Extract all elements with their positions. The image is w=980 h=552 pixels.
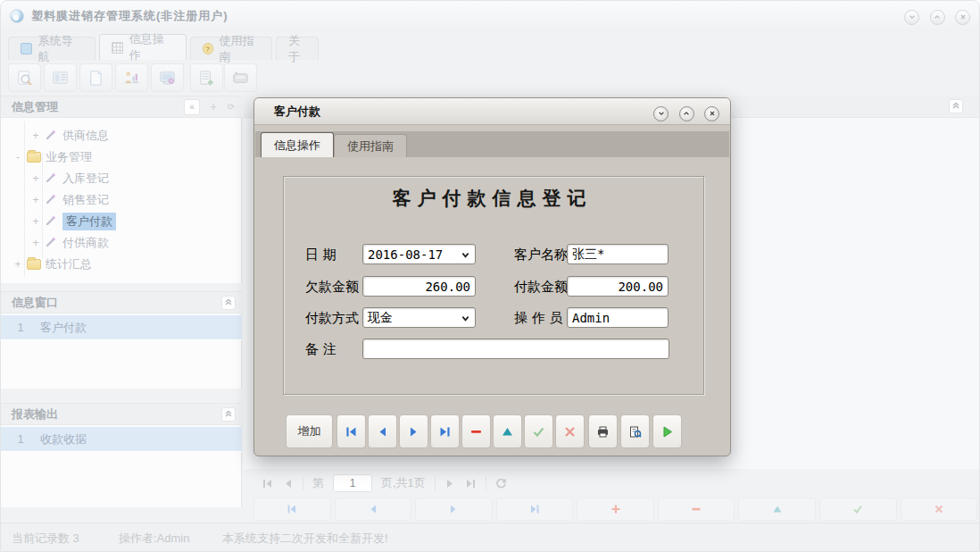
grid-icon	[112, 42, 123, 54]
run-button[interactable]	[652, 414, 682, 448]
window-collapse-icon[interactable]	[904, 10, 919, 25]
debt-amount-input[interactable]	[362, 276, 476, 297]
tree-item-inbound[interactable]: + 入库登记	[31, 168, 109, 189]
delete-button[interactable]	[461, 414, 491, 448]
tree-item-supplier-info[interactable]: + 供商信息	[31, 125, 109, 146]
edit-button[interactable]	[493, 414, 522, 448]
divider	[303, 476, 303, 490]
dialog-expand-icon[interactable]	[679, 106, 694, 121]
dialog-tab-info-ops[interactable]: 信息操作	[261, 132, 334, 157]
record-next-button[interactable]	[415, 498, 493, 521]
nav-next-button[interactable]	[399, 414, 428, 448]
panel-refresh-icon[interactable]: ⟳	[223, 99, 239, 115]
help-coin-icon: ?	[203, 43, 213, 54]
page-prev-icon[interactable]	[282, 478, 294, 489]
main-collapse-up-icon[interactable]	[949, 99, 963, 113]
window-expand-icon[interactable]	[930, 10, 945, 25]
toolbar-add-record-button[interactable]	[190, 63, 223, 92]
date-select[interactable]: 2016-08-17	[362, 244, 476, 264]
list-item[interactable]: 1 客户付款	[1, 315, 242, 340]
window-close-icon[interactable]	[955, 10, 970, 25]
record-edit-button[interactable]	[738, 498, 816, 521]
list-item[interactable]: 1 收款收据	[1, 427, 242, 452]
nav-last-button[interactable]	[430, 414, 460, 448]
tree-expander[interactable]: +	[31, 172, 40, 185]
tree-expander[interactable]: +	[31, 194, 40, 206]
print-button[interactable]	[588, 414, 618, 448]
tree-expander[interactable]: +	[31, 215, 40, 228]
x-icon	[563, 425, 577, 439]
record-prev-button[interactable]	[335, 498, 412, 521]
record-delete-button[interactable]	[658, 498, 735, 521]
nav-prev-button[interactable]	[368, 414, 397, 448]
record-cancel-button[interactable]	[901, 498, 978, 521]
tree-item-pay-supplier[interactable]: + 付供商款	[31, 232, 109, 254]
info-window-panel-header: 信息窗口	[1, 291, 242, 314]
search-document-icon	[15, 69, 34, 88]
dialog-title-bar[interactable]: 客户付款	[254, 98, 730, 125]
toolbar-report-button[interactable]	[44, 63, 77, 92]
page-next-icon[interactable]	[444, 478, 456, 489]
customer-name-input[interactable]	[567, 244, 669, 264]
tab-system-nav[interactable]: 系统导航	[8, 37, 96, 60]
page-number-input[interactable]	[333, 474, 372, 492]
payment-method-value: 现金	[368, 310, 393, 326]
tab-user-guide[interactable]: ? 使用指南	[190, 37, 272, 60]
next-icon	[448, 504, 459, 514]
dialog-close-icon[interactable]	[704, 106, 719, 121]
dialog-collapse-icon[interactable]	[653, 106, 669, 121]
x-icon	[934, 504, 944, 514]
monitor-view-icon	[158, 69, 177, 88]
operator-label: 操作者:Admin	[119, 531, 189, 547]
tree-label: 统计汇总	[46, 256, 92, 272]
nav-first-button[interactable]	[336, 414, 366, 448]
status-bar: 当前记录数 3 操作者:Admin 本系统支持二次开发和全新开发!	[1, 523, 980, 552]
export-device-icon	[231, 69, 250, 88]
tree-expander[interactable]: +	[31, 130, 40, 142]
page-last-icon[interactable]	[465, 478, 477, 489]
record-first-button[interactable]	[253, 498, 331, 521]
payment-method-select[interactable]: 现金	[362, 307, 476, 328]
panel-collapse-up-icon[interactable]	[221, 407, 236, 422]
record-confirm-button[interactable]	[819, 498, 897, 521]
toolbar-operator-button[interactable]	[115, 63, 148, 92]
record-add-button[interactable]	[577, 498, 654, 521]
preview-icon	[628, 425, 642, 439]
panel-collapse-left-icon[interactable]: «	[184, 99, 200, 115]
payment-amount-input[interactable]	[567, 276, 669, 297]
info-window-panel-title: 信息窗口	[12, 292, 58, 314]
check-icon	[532, 425, 545, 439]
toolbar-monitor-button[interactable]	[151, 63, 184, 92]
page-refresh-icon[interactable]	[495, 478, 507, 489]
toolbar-export-button[interactable]	[224, 63, 257, 92]
panel-add-icon[interactable]: +	[205, 99, 221, 115]
confirm-button[interactable]	[524, 414, 553, 448]
tree-item-business-mgmt[interactable]: - 业务管理	[13, 146, 92, 168]
dialog-tab-user-guide[interactable]: 使用指南	[334, 134, 407, 157]
report-panel-header: 报表输出	[1, 403, 242, 425]
tree-label: 入库登记	[62, 171, 109, 187]
cancel-button[interactable]	[555, 414, 585, 448]
app-window: 塑料膜进销存管理系统(非注册用户) 系统导航 信息操作 ? 使用指南 关于	[0, 0, 980, 552]
wand-icon	[45, 213, 58, 230]
print-preview-button[interactable]	[620, 414, 650, 448]
tree-expander[interactable]: +	[13, 258, 22, 271]
tree-expander[interactable]: -	[13, 151, 22, 163]
tab-info-ops[interactable]: 信息操作	[99, 34, 187, 60]
tab-about[interactable]: 关于	[276, 37, 319, 60]
tree-item-statistics[interactable]: + 统计汇总	[13, 254, 92, 275]
tree-expander[interactable]: +	[31, 237, 40, 249]
toolbar-new-document-button[interactable]	[79, 63, 112, 92]
last-icon	[529, 504, 540, 514]
panel-collapse-up-icon[interactable]	[221, 296, 236, 310]
operator-input[interactable]	[567, 307, 669, 328]
tree-item-customer-payment[interactable]: + 客户付款	[31, 211, 116, 232]
add-button[interactable]: 增加	[286, 414, 333, 448]
tree-item-sales[interactable]: + 销售登记	[31, 189, 109, 211]
dialog-controls	[647, 105, 719, 121]
remark-input[interactable]	[362, 339, 669, 359]
record-last-button[interactable]	[496, 498, 574, 521]
toolbar-search-button[interactable]	[8, 63, 41, 92]
page-first-icon[interactable]	[262, 478, 273, 489]
operator-field-label: 操 作 员	[514, 307, 563, 329]
